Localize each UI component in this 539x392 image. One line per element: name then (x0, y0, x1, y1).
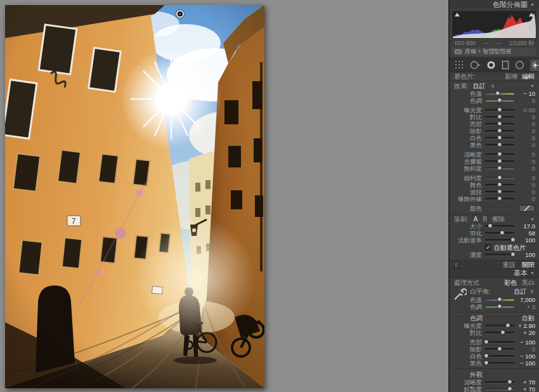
brush-b-button[interactable]: B (483, 216, 487, 223)
slider-value[interactable]: 0.00 (514, 107, 535, 114)
slider-value[interactable]: 0 (514, 165, 535, 172)
slider-track[interactable] (485, 160, 514, 162)
slider-knob[interactable] (507, 386, 512, 391)
slider-knob[interactable] (497, 304, 502, 309)
slider-value[interactable]: − 100 (514, 360, 535, 367)
slider-track[interactable] (485, 137, 514, 139)
slider-track[interactable] (485, 325, 514, 327)
histogram-panel-header[interactable]: 色階分佈圖 ▼ (450, 0, 539, 9)
preset-stepper-icon[interactable]: ⇅ (491, 83, 495, 88)
slider-value[interactable]: + 20 (514, 329, 535, 336)
slider-track[interactable] (485, 100, 514, 101)
wb-eyedropper-icon[interactable] (453, 287, 467, 303)
slider-track[interactable] (485, 341, 514, 343)
slider-value[interactable]: 100 (514, 251, 535, 258)
mask-new-button[interactable]: 新增 (505, 73, 517, 80)
slider-value[interactable]: 0 (514, 121, 535, 127)
mask-edit-button[interactable]: 編輯 (522, 73, 535, 80)
slider-track[interactable] (485, 123, 514, 125)
treatment-color-button[interactable]: 彩色 (504, 279, 517, 286)
adjustment-brush-tool-icon[interactable] (530, 60, 539, 71)
effect-disclosure-icon[interactable]: ▼ (530, 82, 535, 89)
slider-knob[interactable] (484, 360, 489, 365)
photo-canvas[interactable]: 7 (5, 5, 264, 388)
slider-track[interactable] (485, 167, 514, 169)
slider-track[interactable] (485, 355, 514, 357)
adjustment-brush-pin[interactable] (176, 10, 184, 18)
slider-knob[interactable] (497, 189, 502, 194)
slider-knob[interactable] (507, 379, 512, 384)
treatment-bw-button[interactable]: 黑白 (522, 279, 535, 286)
slider-knob[interactable] (497, 114, 502, 119)
slider-value[interactable]: 0 (514, 114, 535, 121)
slider-value[interactable]: 0 (514, 181, 535, 188)
slider-knob[interactable] (505, 323, 510, 328)
brush-disclosure-icon[interactable]: ▼ (530, 216, 535, 223)
wb-stepper-icon[interactable]: ⇅ (530, 289, 534, 294)
slider-knob[interactable] (484, 339, 489, 344)
slider-value[interactable]: 0 (514, 174, 535, 181)
effect-preset-select[interactable]: 自訂 (473, 82, 486, 89)
slider-value[interactable]: + 70 (514, 386, 535, 392)
slider-knob[interactable] (497, 107, 502, 112)
highlight-clipping-icon[interactable] (529, 13, 534, 16)
slider-value[interactable]: − 100 (514, 339, 535, 346)
close-button[interactable]: 關閉 (522, 261, 535, 268)
slider-knob[interactable] (497, 182, 502, 187)
slider-knob[interactable] (488, 223, 493, 228)
slider-knob[interactable] (497, 121, 502, 126)
slider-track[interactable] (485, 225, 514, 227)
crop-tool-icon[interactable] (455, 60, 464, 70)
slider-knob[interactable] (484, 353, 489, 358)
radial-filter-tool-icon[interactable] (515, 60, 524, 70)
slider-value[interactable]: + 3 (514, 303, 535, 310)
slider-value[interactable]: − 100 (514, 353, 535, 360)
slider-track[interactable] (485, 299, 514, 301)
auto-mask-checkbox[interactable]: ✓ (485, 244, 491, 251)
spot-removal-tool-icon[interactable] (470, 60, 481, 70)
tone-auto-button[interactable]: 自動 (522, 315, 535, 322)
slider-knob[interactable] (497, 175, 502, 180)
slider-value[interactable]: 17.0 (514, 223, 535, 230)
slider-knob[interactable] (497, 152, 502, 157)
slider-track[interactable] (485, 191, 514, 193)
slider-value[interactable]: 58 (514, 230, 535, 237)
slider-value[interactable]: 100 (514, 237, 535, 244)
slider-knob[interactable] (497, 166, 502, 171)
slider-knob[interactable] (500, 230, 505, 235)
slider-track[interactable] (485, 332, 514, 334)
slider-knob[interactable] (495, 91, 500, 96)
red-eye-tool-icon[interactable] (486, 60, 496, 70)
slider-knob[interactable] (497, 196, 502, 201)
slider-track[interactable] (485, 109, 514, 111)
slider-value[interactable]: 0 (514, 188, 535, 195)
slider-value[interactable]: 0 (514, 141, 535, 148)
slider-track[interactable] (485, 306, 514, 308)
slider-value[interactable]: 0 (514, 158, 535, 165)
slider-track[interactable] (485, 184, 514, 186)
slider-value[interactable]: 0 (514, 127, 535, 134)
slider-track[interactable] (485, 232, 514, 234)
brush-erase-button[interactable]: 擦除 (492, 216, 505, 223)
brush-a-button[interactable]: A (474, 216, 478, 223)
slider-track[interactable] (485, 254, 514, 256)
slider-knob[interactable] (497, 135, 502, 140)
slider-track[interactable] (485, 381, 514, 383)
slider-value[interactable]: + 70 (514, 379, 535, 386)
panel-switch-icon[interactable] (454, 261, 459, 268)
slider-value[interactable]: 0 (514, 151, 535, 158)
slider-knob[interactable] (497, 98, 502, 103)
slider-track[interactable] (485, 154, 514, 155)
slider-knob[interactable] (497, 297, 502, 302)
slider-track[interactable] (485, 198, 514, 200)
slider-value[interactable]: 0 (514, 195, 535, 202)
slider-value[interactable]: 0 (514, 134, 535, 141)
slider-value[interactable]: − 10 (514, 90, 535, 97)
basic-panel-header[interactable]: 基本 ▼ (450, 269, 539, 278)
histogram[interactable] (452, 11, 536, 39)
slider-track[interactable] (485, 388, 514, 390)
slider-knob[interactable] (497, 346, 502, 351)
reset-button[interactable]: 重設 (503, 261, 516, 268)
slider-track[interactable] (485, 177, 514, 179)
slider-track[interactable] (485, 93, 514, 95)
